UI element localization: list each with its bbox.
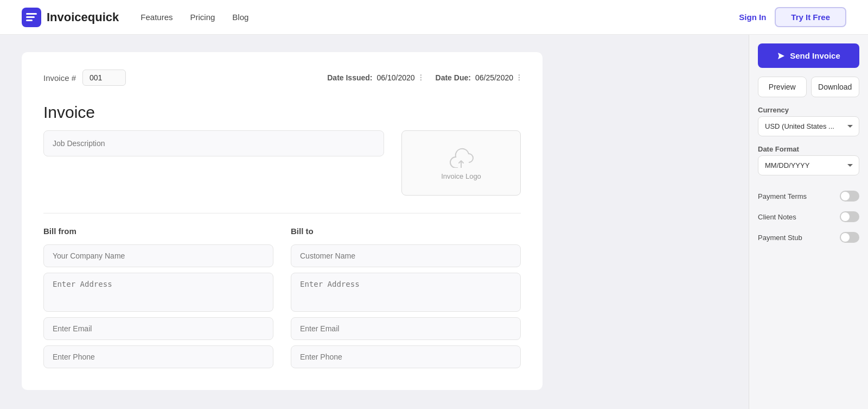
currency-select[interactable]: USD (United States ... EUR (Euro) GBP (B… — [758, 116, 859, 136]
date-issued-picker-icon[interactable]: ⁝ — [419, 72, 423, 84]
try-free-button[interactable]: Try It Free — [775, 7, 846, 27]
nav-links: Features Pricing Blog — [141, 12, 739, 22]
logo-link[interactable]: Invoicequick — [22, 8, 119, 27]
logo-upload-label: Invoice Logo — [441, 172, 481, 180]
page-wrapper: Invoice # Date Issued: 06/10/2020 ⁝ Date… — [0, 35, 868, 409]
invoice-number-group: Invoice # — [43, 70, 126, 86]
preview-download-row: Preview Download — [758, 77, 859, 97]
date-issued-label: Date Issued: — [327, 73, 372, 82]
date-format-select[interactable]: MM/DD/YYYY DD/MM/YYYY YYYY/MM/DD — [758, 155, 859, 175]
send-icon — [777, 52, 786, 60]
dates-group: Date Issued: 06/10/2020 ⁝ Date Due: 06/2… — [327, 72, 521, 84]
logo-upload-box[interactable]: Invoice Logo — [401, 130, 521, 196]
date-format-label: Date Format — [758, 145, 859, 153]
svg-rect-2 — [26, 16, 35, 18]
customer-name-input[interactable] — [291, 244, 521, 267]
logo-icon — [22, 8, 41, 27]
cloud-upload-icon — [448, 146, 474, 168]
from-email-input[interactable] — [43, 317, 273, 340]
currency-section: Currency USD (United States ... EUR (Eur… — [758, 106, 859, 136]
from-address-input[interactable] — [43, 273, 273, 312]
from-phone-input[interactable] — [43, 345, 273, 368]
invoice-number-input[interactable] — [82, 70, 126, 86]
preview-button[interactable]: Preview — [758, 77, 807, 97]
date-issued-value[interactable]: 06/10/2020 — [376, 73, 414, 82]
to-phone-input[interactable] — [291, 345, 521, 368]
bill-from-header: Bill from — [43, 226, 273, 236]
main-content: Invoice # Date Issued: 06/10/2020 ⁝ Date… — [0, 35, 749, 409]
bill-to-header: Bill to — [291, 226, 521, 236]
nav-features[interactable]: Features — [141, 12, 173, 22]
date-due-picker-icon[interactable]: ⁝ — [518, 72, 521, 84]
bill-to-column: Bill to — [291, 226, 521, 368]
svg-rect-1 — [26, 13, 37, 15]
payment-terms-toggle[interactable] — [840, 191, 859, 202]
payment-stub-toggle-row: Payment Stub — [758, 230, 859, 245]
date-format-section: Date Format MM/DD/YYYY DD/MM/YYYY YYYY/M… — [758, 145, 859, 175]
svg-rect-3 — [26, 20, 33, 21]
date-due-field: Date Due: 06/25/2020 ⁝ — [436, 72, 521, 84]
navbar: Invoicequick Features Pricing Blog Sign … — [0, 0, 868, 35]
date-due-label: Date Due: — [436, 73, 471, 82]
payment-terms-toggle-row: Payment Terms — [758, 188, 859, 204]
currency-label: Currency — [758, 106, 859, 114]
to-address-input[interactable] — [291, 273, 521, 312]
invoice-card: Invoice # Date Issued: 06/10/2020 ⁝ Date… — [22, 52, 542, 390]
invoice-top-section: Invoice Logo — [43, 130, 521, 196]
date-due-value[interactable]: 06/25/2020 — [475, 73, 513, 82]
download-button[interactable]: Download — [811, 77, 860, 97]
send-invoice-label: Send Invoice — [790, 51, 840, 60]
client-notes-toggle-row: Client Notes — [758, 209, 859, 224]
invoice-number-label: Invoice # — [43, 73, 76, 83]
section-divider — [43, 213, 521, 213]
invoice-meta-row: Invoice # Date Issued: 06/10/2020 ⁝ Date… — [43, 70, 521, 86]
payment-terms-label: Payment Terms — [758, 192, 807, 200]
bill-section: Bill from Bill to — [43, 226, 521, 368]
job-description-input[interactable] — [43, 130, 384, 156]
send-invoice-button[interactable]: Send Invoice — [758, 43, 859, 68]
payment-stub-label: Payment Stub — [758, 234, 802, 242]
bill-from-column: Bill from — [43, 226, 273, 368]
client-notes-toggle[interactable] — [840, 211, 859, 222]
to-email-input[interactable] — [291, 317, 521, 340]
date-issued-field: Date Issued: 06/10/2020 ⁝ — [327, 72, 422, 84]
bill-from-inputs — [43, 244, 273, 368]
right-panel: Send Invoice Preview Download Currency U… — [749, 35, 868, 409]
bill-to-inputs — [291, 244, 521, 368]
nav-blog[interactable]: Blog — [232, 12, 248, 22]
invoice-title: Invoice — [43, 103, 521, 122]
navbar-actions: Sign In Try It Free — [739, 7, 846, 27]
company-name-input[interactable] — [43, 244, 273, 267]
payment-stub-toggle[interactable] — [840, 232, 859, 243]
signin-button[interactable]: Sign In — [739, 12, 766, 22]
client-notes-label: Client Notes — [758, 213, 796, 221]
logo-text: Invoicequick — [47, 10, 119, 24]
nav-pricing[interactable]: Pricing — [190, 12, 215, 22]
panel-toggles: Payment Terms Client Notes Payment Stub — [758, 184, 859, 245]
